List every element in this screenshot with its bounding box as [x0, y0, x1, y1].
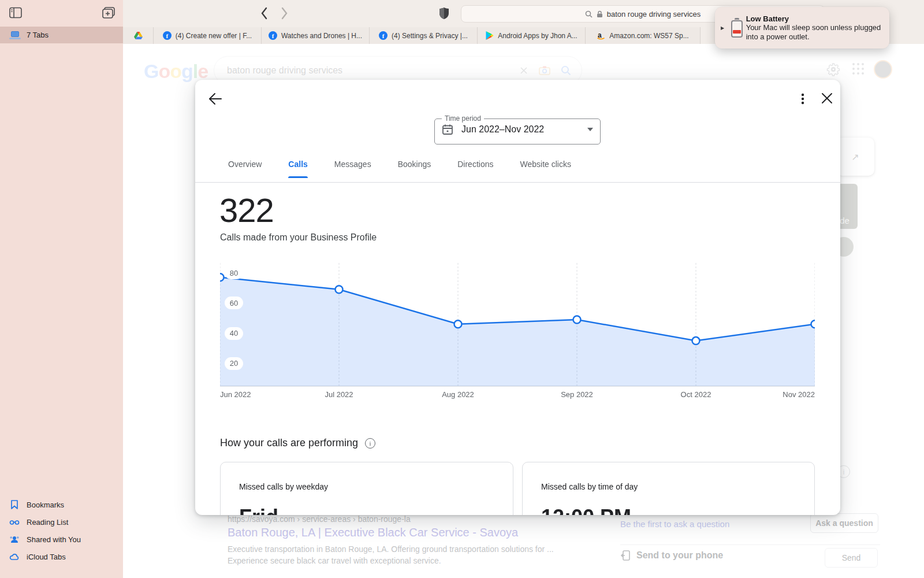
tab-title: Watches and Drones | H... [281, 32, 362, 40]
x-axis-label: Jun 2022 [220, 390, 251, 399]
people-icon [9, 534, 20, 544]
performance-tabs: Overview Calls Messages Bookings Directi… [228, 160, 571, 178]
browser-tab[interactable]: f (4) Settings & Privacy |... [370, 27, 478, 44]
lock-icon [596, 10, 603, 18]
sidebar-item-shared-with-you[interactable]: Shared with You [0, 531, 123, 548]
google-logo: Google [144, 60, 208, 83]
forward-button[interactable] [281, 7, 288, 20]
facebook-icon: f [163, 31, 172, 40]
send-to-phone-row: Send to your phone [620, 550, 723, 561]
sidebar-item-reading-list[interactable]: Reading List [0, 513, 123, 531]
y-axis-tick: 60 [225, 297, 243, 309]
low-battery-icon [731, 18, 739, 38]
browser-tab[interactable]: f (4) Create new offer | F... [154, 27, 262, 44]
ask-question-button: Ask a question [810, 513, 878, 533]
tab-messages[interactable]: Messages [334, 160, 371, 178]
total-calls-caption: Calls made from your Business Profile [220, 232, 377, 243]
business-profile-performance-modal: Time period Jun 2022–Nov 2022 Overview C… [195, 80, 840, 515]
browser-tab[interactable]: f Watches and Drones | H... [262, 27, 370, 44]
tab-group-label: 7 Tabs [27, 31, 49, 39]
sidebar-toggle-icon[interactable] [9, 7, 22, 18]
tab-title: (4) Settings & Privacy |... [392, 32, 468, 40]
sidebar-item-icloud-tabs[interactable]: iCloud Tabs [0, 548, 123, 565]
calls-line-chart: 80604020 Jun 2022Jul 2022Aug 2022Sep 202… [220, 263, 815, 405]
new-tab-group-icon[interactable] [102, 7, 115, 18]
background-search-query: baton rouge driving services [227, 65, 342, 76]
address-text: baton rouge driving services [607, 10, 701, 18]
browser-tab-drive[interactable] [123, 27, 154, 44]
low-battery-notification[interactable]: ▶ Low Battery Your Mac will sleep soon u… [715, 7, 889, 49]
close-button[interactable] [820, 91, 834, 105]
result-title: Baton Rouge, LA | Executive Black Car Se… [228, 526, 518, 539]
result-url: https://savoya.com › service-areas › bat… [228, 514, 411, 524]
apps-grid-icon [852, 62, 865, 75]
laptop-icon [9, 31, 21, 39]
sidebar-item-label: Shared with You [27, 535, 81, 544]
more-options-button[interactable] [796, 91, 810, 106]
calendar-icon [442, 124, 453, 135]
background-search-results: https://savoya.com › service-areas › bat… [123, 509, 924, 578]
missed-calls-weekday-card: Missed calls by weekday Frid [220, 462, 513, 515]
cloud-icon [9, 551, 20, 562]
privacy-shield-icon[interactable] [439, 7, 449, 20]
facebook-icon: f [269, 31, 277, 40]
sidebar-item-label: Reading List [27, 518, 68, 527]
send-button: Send [825, 548, 878, 568]
google-play-icon [485, 31, 494, 40]
settings-gear-icon [826, 62, 840, 76]
ask-question-prompt: Be the first to ask a question [620, 519, 729, 529]
x-axis-label: Sep 2022 [561, 390, 593, 399]
section-heading: How your calls are performing i [220, 437, 375, 449]
drive-icon [134, 31, 143, 40]
account-avatar [874, 60, 892, 79]
tab-calls[interactable]: Calls [288, 160, 307, 178]
y-axis-tick: 80 [225, 266, 243, 279]
notification-body: Your Mac will sleep soon unless plugged … [746, 23, 881, 41]
notification-disclose-icon: ▶ [721, 25, 724, 31]
notification-title: Low Battery [746, 14, 881, 23]
back-arrow-button[interactable] [208, 91, 223, 106]
tab-title: Android Apps by Jhon A... [498, 32, 577, 40]
dropdown-arrow-icon [587, 128, 593, 131]
sidebar-item-label: Bookmarks [27, 501, 64, 509]
x-axis-label: Nov 2022 [783, 390, 815, 399]
browser-tab[interactable]: a Amazon.com: WS57 Sp... [586, 27, 701, 44]
y-axis-tick: 20 [225, 357, 243, 370]
x-axis-label: Aug 2022 [442, 390, 474, 399]
back-button[interactable] [260, 7, 268, 20]
tab-website-clicks[interactable]: Website clicks [520, 160, 571, 178]
search-icon [585, 10, 593, 18]
info-icon[interactable]: i [365, 438, 375, 449]
browser-tab[interactable]: Android Apps by Jhon A... [478, 27, 586, 44]
tab-title: Amazon.com: WS57 Sp... [609, 32, 688, 40]
card-title: Missed calls by weekday [239, 482, 328, 491]
sidebar-item-label: iCloud Tabs [27, 553, 66, 561]
tab-bookings[interactable]: Bookings [398, 160, 431, 178]
time-period-label: Time period [442, 114, 484, 123]
sidebar-item-tab-group[interactable]: 7 Tabs [0, 27, 123, 43]
search-submit-icon [561, 65, 571, 76]
send-to-phone-icon [620, 550, 631, 561]
sidebar-item-bookmarks[interactable]: Bookmarks [0, 496, 123, 513]
total-calls-value: 322 [219, 191, 274, 229]
safari-sidebar: 7 Tabs Bookmarks Reading List Shared wit… [0, 0, 123, 578]
missed-calls-time-card: Missed calls by time of day 12:00 PM [522, 462, 815, 515]
tab-title: (4) Create new offer | F... [176, 32, 252, 40]
time-period-selector[interactable]: Time period Jun 2022–Nov 2022 [434, 114, 601, 144]
glasses-icon [9, 517, 20, 527]
y-axis-tick: 40 [225, 327, 243, 340]
card-title: Missed calls by time of day [541, 482, 638, 491]
tab-directions[interactable]: Directions [457, 160, 493, 178]
x-axis-label: Oct 2022 [681, 390, 711, 399]
clear-icon [519, 66, 528, 75]
card-value: 12:00 PM [541, 505, 631, 515]
tab-overview[interactable]: Overview [228, 160, 262, 178]
x-axis-label: Jul 2022 [325, 390, 353, 399]
bookmark-icon [9, 499, 20, 510]
lens-camera-icon [539, 66, 550, 75]
result-description: Executive transportation in Baton Rouge,… [228, 543, 586, 566]
facebook-icon: f [379, 31, 388, 40]
background-expand-button: ↗ [836, 138, 874, 176]
amazon-icon: a [597, 31, 605, 40]
card-value: Frid [239, 505, 278, 515]
